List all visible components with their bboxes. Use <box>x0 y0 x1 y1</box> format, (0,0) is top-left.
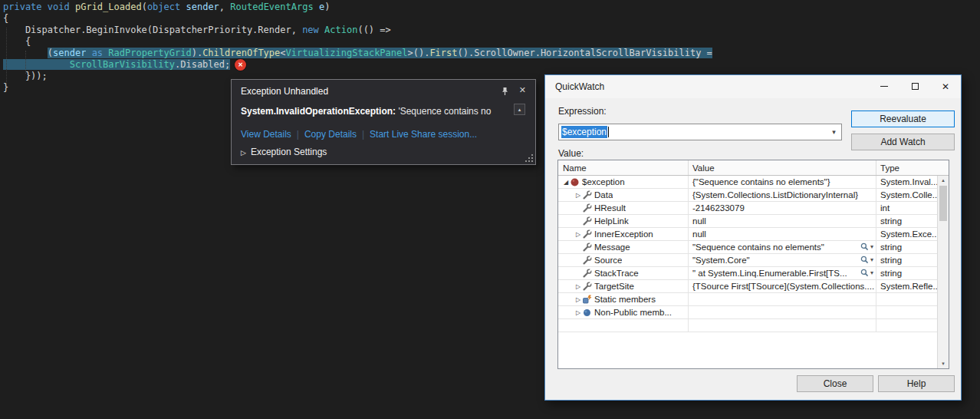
scrollbar-thumb[interactable] <box>939 186 947 221</box>
wrench-icon <box>583 203 594 213</box>
column-header-name: Name <box>558 160 689 175</box>
wrench-icon <box>583 229 594 239</box>
row-name: HelpLink <box>594 216 629 226</box>
indent-guide <box>6 28 7 85</box>
code-line: { <box>0 36 980 48</box>
table-row[interactable]: ▷InnerExceptionnullSystem.Exce... <box>558 228 937 241</box>
row-type: string <box>880 216 902 226</box>
table-row[interactable]: ▷Non-Public memb... <box>558 306 937 319</box>
expand-icon: ▷ <box>241 149 246 157</box>
column-header-type: Type <box>876 160 949 175</box>
scroll-up-icon: ▴ <box>518 107 521 113</box>
combo-dropdown-button[interactable]: ▾ <box>827 125 840 139</box>
exception-icon <box>571 178 582 186</box>
resize-grip-icon[interactable] <box>525 153 533 162</box>
row-name: Source <box>594 256 622 265</box>
exception-settings-toggle[interactable]: ▷Exception Settings <box>241 147 327 157</box>
pin-icon[interactable] <box>501 87 509 96</box>
minimize-button[interactable] <box>869 75 899 97</box>
code-line: ScrollBarVisibility.Disabled; <box>0 59 980 71</box>
table-row[interactable]: ◢$exception{"Sequence contains no elemen… <box>558 176 937 189</box>
magnifier-icon[interactable]: ▾ <box>859 269 873 277</box>
table-row[interactable]: ▷TargetSite{TSource First[TSource](Syste… <box>558 280 937 293</box>
table-header: Name Value Type <box>558 160 949 176</box>
row-name: Non-Public memb... <box>594 308 672 317</box>
row-type: System.Inval... <box>880 177 937 186</box>
scroll-up-button[interactable]: ▴ <box>514 104 525 115</box>
magnifier-icon[interactable]: ▾ <box>859 242 873 251</box>
row-value: " at System.Linq.Enumerable.First[TS... <box>692 269 847 278</box>
close-button[interactable]: ✕ <box>930 75 961 97</box>
static-icon <box>583 295 594 304</box>
help-button[interactable]: Help <box>878 375 955 392</box>
table-row[interactable]: ▷Data{System.Collections.ListDictionaryI… <box>558 189 937 202</box>
table-row[interactable]: StackTrace" at System.Linq.Enumerable.Fi… <box>558 267 937 280</box>
wrench-icon <box>583 282 594 291</box>
expand-icon[interactable]: ▷ <box>574 231 583 238</box>
vs-debug-screen: { "colors": { "selection": "#2E5C74", "l… <box>0 0 980 419</box>
exception-links: View Details|Copy Details|Start Live Sha… <box>241 129 477 140</box>
expand-icon[interactable]: ▷ <box>574 192 583 199</box>
table-row[interactable]: HelpLinknullstring <box>558 215 937 228</box>
wrench-icon <box>583 242 594 252</box>
expression-label: Expression: <box>558 106 607 117</box>
exception-error-icon[interactable]: ✕ <box>235 59 246 71</box>
exception-type: System.InvalidOperationException: <box>241 106 396 117</box>
code-line: { <box>0 13 980 25</box>
watch-table: Name Value Type ◢$exception{"Sequence co… <box>557 160 949 369</box>
maximize-button[interactable] <box>899 75 930 97</box>
value-label: Value: <box>558 148 584 159</box>
chevron-down-icon: ▾ <box>832 128 836 136</box>
close-dialog-button[interactable]: Close <box>797 375 873 392</box>
exception-message: System.InvalidOperationException: 'Seque… <box>241 106 491 117</box>
row-name: TargetSite <box>594 282 634 291</box>
maximize-icon <box>912 83 919 90</box>
table-row[interactable]: HResult-2146233079int <box>558 202 937 215</box>
view-details-link[interactable]: View Details <box>241 129 291 140</box>
row-type: string <box>880 256 902 265</box>
vertical-scrollbar[interactable]: ▴ ▾ <box>937 176 949 368</box>
row-name: Static members <box>594 295 656 304</box>
expand-icon[interactable]: ▷ <box>574 296 583 303</box>
table-row[interactable]: Source"System.Core"▾string <box>558 254 937 267</box>
row-value: null <box>692 229 706 239</box>
row-value: -2146233079 <box>692 203 745 213</box>
wrench-icon <box>583 190 594 200</box>
magnifier-icon[interactable]: ▾ <box>859 256 873 264</box>
table-row[interactable] <box>558 319 937 332</box>
indent-guide <box>25 51 26 74</box>
expression-combobox[interactable]: $exception ▾ <box>558 124 842 140</box>
exception-settings-label: Exception Settings <box>251 147 327 157</box>
row-value: null <box>692 216 706 226</box>
row-value: {TSource First[TSource](System.Collectio… <box>692 282 874 291</box>
close-icon[interactable]: ✕ <box>519 85 526 95</box>
add-watch-button[interactable]: Add Watch <box>851 134 955 150</box>
row-name: $exception <box>582 177 625 186</box>
row-value: "Sequence contains no elements" <box>692 242 824 252</box>
table-row[interactable]: Message"Sequence contains no elements"▾s… <box>558 241 937 254</box>
row-type: System.Colle... <box>880 190 937 200</box>
expand-icon[interactable]: ▷ <box>574 283 583 290</box>
row-value: {System.Collections.ListDictionaryIntern… <box>692 190 858 200</box>
close-icon: ✕ <box>942 81 949 92</box>
expand-icon[interactable]: ▷ <box>574 309 583 316</box>
scroll-up-icon[interactable]: ▴ <box>938 177 949 183</box>
wrench-icon <box>583 216 594 226</box>
quickwatch-titlebar[interactable]: QuickWatch ✕ <box>545 75 961 98</box>
row-name: Data <box>594 190 613 200</box>
collapse-icon[interactable]: ◢ <box>561 179 571 186</box>
code-line: (sender as RadPropertyGrid).ChildrenOfTy… <box>0 48 980 59</box>
live-share-link[interactable]: Start Live Share session... <box>370 129 477 140</box>
link-separator: | <box>297 129 299 140</box>
table-row[interactable]: ▷Static members <box>558 293 937 306</box>
scroll-down-icon[interactable]: ▾ <box>938 361 949 367</box>
reevaluate-button[interactable]: Reevaluate <box>851 111 955 127</box>
copy-details-link[interactable]: Copy Details <box>304 129 357 140</box>
minimize-icon <box>880 86 888 87</box>
row-value: "System.Core" <box>692 256 750 265</box>
expression-input[interactable]: $exception <box>561 126 607 138</box>
code-line: private void pGrid_Loaded(object sender,… <box>0 2 980 13</box>
row-type: string <box>880 269 902 278</box>
text-caret <box>608 127 609 137</box>
dialog-title: QuickWatch <box>555 81 604 92</box>
